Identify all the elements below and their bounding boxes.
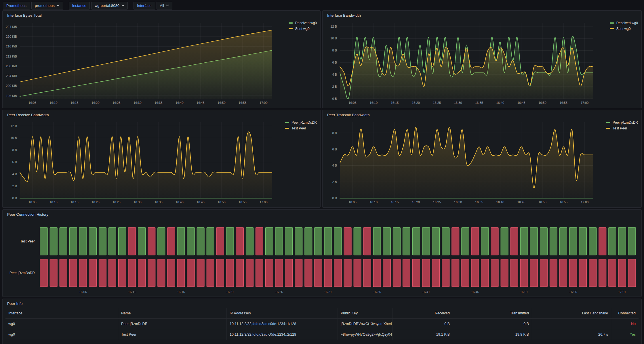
timeseries-chart[interactable]: 16:0516:1016:1516:2016:2516:3016:3516:40… (324, 19, 595, 106)
status-bar-connected (609, 228, 616, 255)
status-bar-disconnected (452, 259, 459, 287)
table-column-header[interactable]: Received (393, 308, 453, 318)
legend-series-swatch (610, 28, 614, 29)
legend-series-label[interactable]: Peer jRzmDsDR (613, 121, 638, 125)
status-bar-connected (69, 228, 77, 255)
y-axis-tick-label: 212 KiB (6, 55, 17, 58)
x-axis-tick-label: 16:05 (348, 200, 357, 204)
x-axis-tick-label: 16:55 (239, 200, 247, 204)
variable-interface: Interface All (134, 2, 172, 9)
y-axis-tick-label: 8 B (12, 148, 17, 152)
status-bar-disconnected (305, 259, 312, 287)
status-bar-disconnected (334, 259, 342, 287)
status-row-label: Test Peer (20, 239, 35, 243)
x-axis-tick-label: 16:11 (128, 290, 136, 294)
table-column-header[interactable]: Transmitted (453, 308, 532, 318)
status-bar-connected (99, 228, 106, 255)
legend-item[interactable]: Received wg0 (610, 21, 638, 25)
y-axis-tick-label: 4 B (12, 172, 17, 176)
panel-title[interactable]: Peer Transmit Bandwidth (323, 110, 641, 117)
status-bar-disconnected (256, 259, 263, 287)
x-axis-tick-label: 17:00 (581, 101, 589, 104)
status-bar-disconnected (275, 259, 283, 287)
legend-item[interactable]: Test Peer (606, 126, 638, 130)
table-column-header[interactable]: Public Key (338, 308, 393, 318)
status-bar-connected (295, 228, 302, 255)
status-bar-disconnected (207, 259, 214, 287)
y-axis-tick-label: 2 B (332, 85, 337, 88)
timeseries-chart[interactable]: 16:0516:1016:1516:2016:2516:3016:3516:40… (4, 19, 274, 106)
timeseries-chart[interactable]: 16:0516:1016:1516:2016:2516:3016:3516:40… (324, 119, 595, 206)
status-history-chart[interactable]: Test PeerPeer jRzmDsDR16:0616:1116:1616:… (4, 218, 640, 295)
variable-select-instance[interactable]: wg-portal:8080 (91, 2, 128, 9)
panel-title[interactable]: Peer Receive Bandwidth (3, 110, 320, 117)
legend-item[interactable]: Peer jRzmDsDR (285, 121, 317, 125)
legend-series-label[interactable]: Test Peer (291, 126, 306, 130)
panel-title[interactable]: Peer Info (3, 299, 641, 306)
status-bar-disconnected (501, 259, 508, 287)
legend-item[interactable]: Sent wg0 (289, 27, 317, 31)
status-bar-disconnected (599, 228, 606, 255)
x-axis-tick-label: 16:36 (373, 290, 381, 294)
table-column-header[interactable]: Name (118, 308, 227, 318)
legend-series-label[interactable]: Received wg0 (295, 21, 317, 25)
x-axis-tick-label: 16:25 (433, 101, 441, 104)
variable-select-prometheus[interactable]: prometheus (31, 2, 63, 9)
legend-series-label[interactable]: Received wg0 (616, 21, 638, 25)
panel-interface-bandwidth: Interface Bandwidth 16:0516:1016:1516:20… (322, 10, 642, 108)
status-bar-disconnected (618, 259, 626, 287)
x-axis-tick-label: 16:20 (92, 200, 100, 204)
table-column-header[interactable]: Interface (5, 308, 118, 318)
status-bar-connected (569, 228, 577, 255)
panel-peer-connection-history: Peer Connection History Test PeerPeer jR… (2, 209, 642, 297)
status-bar-disconnected (60, 259, 67, 287)
legend-series-label[interactable]: Test Peer (613, 126, 627, 130)
status-bar-disconnected (177, 259, 185, 287)
x-axis-tick-label: 16:55 (239, 101, 247, 104)
x-axis-tick-label: 16:40 (176, 200, 184, 204)
legend-item[interactable]: Peer jRzmDsDR (606, 121, 638, 125)
x-axis-tick-label: 16:30 (134, 200, 142, 204)
legend-series-label[interactable]: Sent wg0 (616, 27, 631, 31)
table-cell: Peer jRzmDsDR (118, 319, 227, 329)
status-bar-disconnected (442, 259, 449, 287)
series-area (20, 30, 272, 99)
legend-series-label[interactable]: Peer jRzmDsDR (291, 121, 317, 125)
table-cell: 19.8 KiB (453, 329, 532, 340)
status-bar-disconnected (167, 228, 175, 255)
legend-series-label[interactable]: Sent wg0 (295, 27, 310, 31)
x-axis-tick-label: 16:10 (370, 200, 378, 204)
y-axis-tick-label: 200 KiB (6, 84, 17, 87)
table-column-header[interactable]: IP Addresses (227, 308, 338, 318)
status-bar-disconnected (89, 259, 96, 287)
peer-info-table: InterfaceNameIP AddressesPublic KeyRecei… (5, 308, 639, 340)
status-bar-disconnected (128, 228, 136, 255)
table-cell: Test Peer (118, 329, 227, 340)
legend-item[interactable]: Received wg0 (289, 21, 317, 25)
status-bar-connected (305, 228, 312, 255)
status-bar-connected (315, 228, 322, 255)
table-column-header[interactable]: Connected (611, 308, 639, 318)
timeseries-chart[interactable]: 16:0516:1016:1516:2016:2516:3016:3516:40… (4, 119, 274, 206)
x-axis-tick-label: 17:00 (581, 200, 589, 204)
legend-item[interactable]: Test Peer (285, 126, 317, 130)
status-bar-disconnected (609, 259, 616, 287)
x-axis-tick-label: 16:40 (176, 101, 184, 104)
legend-item[interactable]: Sent wg0 (610, 27, 638, 31)
panel-title[interactable]: Interface Bandwidth (323, 11, 641, 18)
table-row: wg0Test Peer10.11.12.3/32,fdfd:d3ad:c0de… (5, 329, 639, 340)
status-bar-disconnected (403, 259, 410, 287)
y-axis-tick-label: 0 B (332, 97, 337, 100)
y-axis-tick-label: 6 B (332, 61, 337, 64)
panel-title[interactable]: Peer Connection History (3, 210, 641, 217)
table-column-header[interactable]: Last Handshake (532, 308, 611, 318)
grafana-dashboard: Prometheus prometheus Instance wg-portal… (0, 0, 644, 344)
status-bar-disconnected (491, 259, 498, 287)
status-bar-disconnected (295, 259, 302, 287)
status-bar-disconnected (119, 259, 126, 287)
x-axis-tick-label: 16:25 (433, 200, 441, 204)
panel-title[interactable]: Interface Bytes Total (3, 11, 320, 18)
variable-select-interface[interactable]: All (157, 2, 172, 9)
x-axis-tick-label: 16:06 (79, 290, 87, 294)
table-cell: jRzmDsDRVnwCt13vsyamXherk9L9RhRc (338, 319, 393, 329)
